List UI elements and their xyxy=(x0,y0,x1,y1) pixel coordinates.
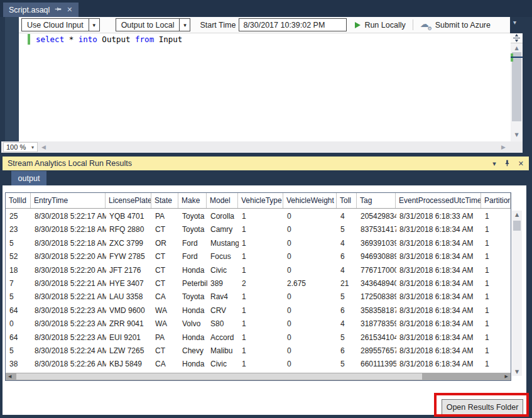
table-cell: 1 xyxy=(482,331,511,344)
column-header-make[interactable]: Make xyxy=(178,193,207,208)
scroll-right-icon[interactable]: ▶ xyxy=(505,374,508,379)
table-row[interactable]: 528/30/2018 5:22:20 AMFYW 2785CTFordFocu… xyxy=(6,250,511,263)
table-cell: 1 xyxy=(482,263,511,277)
table-cell: Corolla xyxy=(207,209,239,223)
table-cell: 1 xyxy=(239,223,284,236)
table-cell: 0 xyxy=(284,344,337,357)
table-cell: 8/30/2018 5:22:26 AM xyxy=(31,357,106,370)
scroll-left-icon[interactable]: ◀ xyxy=(41,144,46,150)
table-cell: Volvo xyxy=(179,317,207,330)
code-editor[interactable]: select * into Output from Input ▲ ▼ xyxy=(19,33,523,141)
table-row[interactable]: 648/30/2018 5:22:23 AMVMD 9600WAHondaCRV… xyxy=(6,304,511,317)
table-row[interactable]: 58/30/2018 5:22:21 AMLAU 3358CAToyotaRav… xyxy=(6,290,511,303)
zoom-level-dropdown[interactable]: 100 % ▾ xyxy=(3,142,38,152)
column-header-entrytime[interactable]: EntryTime xyxy=(31,193,106,208)
table-cell: 1 xyxy=(239,290,284,303)
scroll-right-icon[interactable]: ▶ xyxy=(501,144,506,150)
table-row[interactable]: 388/30/2018 5:22:26 AMKBJ 5849CAHondaCiv… xyxy=(6,357,511,370)
table-cell: 1 xyxy=(482,290,511,303)
table-row[interactable]: 58/30/2018 5:22:24 AMLZW 7265CTChevyMali… xyxy=(6,344,511,357)
tab-script-asaql[interactable]: Script.asaql ✕ xyxy=(3,3,79,17)
tab-title: Script.asaql xyxy=(9,6,50,14)
table-cell: 358358187 xyxy=(357,304,396,317)
tab-output[interactable]: output xyxy=(11,171,46,185)
table-cell: 1 xyxy=(482,304,511,317)
scrollbar-thumb[interactable] xyxy=(16,373,422,380)
column-header-toll[interactable]: Toll xyxy=(337,193,357,208)
close-icon[interactable]: ✕ xyxy=(518,160,524,167)
chevron-down-icon[interactable]: ▾ xyxy=(28,145,37,150)
output-target-value: Output to Local xyxy=(116,19,180,31)
table-cell: 8/31/2018 6:18:34 AM xyxy=(396,304,482,317)
table-cell: 6 xyxy=(337,304,357,317)
table-cell: 64 xyxy=(6,304,31,317)
table-cell: 0 xyxy=(284,317,337,330)
table-cell: WA xyxy=(152,317,179,330)
table-row[interactable]: 188/30/2018 5:22:20 AMJFT 2176CTHondaCiv… xyxy=(6,263,511,277)
grid-vertical-scrollbar[interactable]: ▲ ▼ xyxy=(512,211,522,376)
output-tab-label: output xyxy=(18,174,40,183)
scroll-down-icon[interactable]: ▼ xyxy=(511,132,523,138)
table-cell: 1 xyxy=(239,331,284,344)
toolbar-overflow-icon[interactable]: ▾ xyxy=(513,19,516,26)
table-row[interactable]: 78/30/2018 5:22:21 AMHYE 3407CTPeterbilt… xyxy=(6,277,511,290)
scroll-up-icon[interactable]: ▲ xyxy=(511,45,523,51)
column-header-eventprocessedutctime[interactable]: EventProcessedUtcTime xyxy=(396,193,481,208)
table-cell: EUI 9201 xyxy=(106,331,152,344)
table-cell: 776717000 xyxy=(357,263,396,277)
table-cell: 1 xyxy=(239,250,284,263)
scroll-up-icon[interactable]: ▲ xyxy=(512,212,522,217)
table-cell: HYE 3407 xyxy=(106,277,152,290)
column-header-partition[interactable]: Partition xyxy=(481,193,511,208)
scroll-left-icon[interactable]: ◀ xyxy=(8,374,11,379)
submit-to-azure-button[interactable]: ☁ ⚙ Submit to Azure xyxy=(420,20,491,30)
close-icon[interactable]: ✕ xyxy=(67,6,72,13)
table-cell: Focus xyxy=(207,250,239,263)
pin-icon[interactable] xyxy=(55,6,62,14)
column-header-model[interactable]: Model xyxy=(207,193,238,208)
column-header-vehicletype[interactable]: VehicleType xyxy=(238,193,283,208)
table-cell: VMD 9600 xyxy=(106,304,152,317)
column-header-tollid[interactable]: TollId xyxy=(6,193,31,208)
table-cell: 261534104 xyxy=(357,331,396,344)
table-cell: 8/31/2018 6:18:34 AM xyxy=(396,277,482,290)
table-cell: 946930889 xyxy=(357,250,396,263)
table-row[interactable]: 648/30/2018 5:22:23 AMEUI 9201PAHondaAcc… xyxy=(6,331,511,344)
scrollbar-thumb[interactable] xyxy=(512,52,521,121)
input-source-dropdown[interactable]: Use Cloud Input ▾ xyxy=(21,18,100,31)
table-cell: Honda xyxy=(179,304,207,317)
table-row[interactable]: 08/30/2018 5:22:23 AMZRR 9041WAVolvoS801… xyxy=(6,317,511,330)
table-cell: 8/31/2018 6:18:34 AM xyxy=(396,223,482,236)
table-row[interactable]: 258/30/2018 5:22:17 AMYQB 4701PAToyotaCo… xyxy=(6,209,511,223)
table-cell: 5 xyxy=(6,236,31,250)
table-cell: 6 xyxy=(337,250,357,263)
chevron-down-icon[interactable]: ▾ xyxy=(179,19,190,31)
table-row[interactable]: 58/30/2018 5:22:18 AMZXC 3799ORFordMusta… xyxy=(6,236,511,250)
column-header-licenseplate[interactable]: LicensePlate xyxy=(106,193,151,208)
chevron-down-icon[interactable]: ▾ xyxy=(89,19,99,31)
editor-vertical-scrollbar[interactable]: ▲ ▼ xyxy=(511,33,523,141)
column-header-vehicleweight[interactable]: VehicleWeight xyxy=(283,193,337,208)
split-handle[interactable] xyxy=(511,33,523,43)
column-header-tag[interactable]: Tag xyxy=(357,193,396,208)
table-cell: Toyota xyxy=(179,290,207,303)
table-cell: 8/30/2018 5:22:23 AM xyxy=(31,304,106,317)
table-cell: 8/31/2018 6:18:34 AM xyxy=(396,250,482,263)
table-cell: 172508389 xyxy=(357,290,396,303)
window-menu-icon[interactable]: ▾ xyxy=(492,160,496,167)
table-row[interactable]: 238/30/2018 5:22:18 AMRFQ 2880CTToyotaCa… xyxy=(6,223,511,236)
table-cell: 0 xyxy=(284,236,337,250)
zoom-level-value: 100 % xyxy=(4,143,28,151)
scrollbar-thumb[interactable] xyxy=(513,221,521,231)
table-cell: 8/30/2018 5:22:24 AM xyxy=(31,344,106,357)
column-header-state[interactable]: State xyxy=(151,193,178,208)
output-target-dropdown[interactable]: Output to Local ▾ xyxy=(116,18,191,31)
table-cell: 21 xyxy=(337,277,357,290)
table-cell: 0 xyxy=(284,290,337,303)
grid-horizontal-scrollbar[interactable]: ◀ ▶ xyxy=(6,373,511,380)
scroll-down-icon[interactable]: ▼ xyxy=(512,369,522,375)
table-cell: CT xyxy=(152,344,179,357)
pin-icon[interactable] xyxy=(504,160,511,168)
run-locally-button[interactable]: Run Locally xyxy=(355,21,405,30)
start-time-input[interactable]: 8/30/2017 10:39:02 PM xyxy=(239,18,347,31)
